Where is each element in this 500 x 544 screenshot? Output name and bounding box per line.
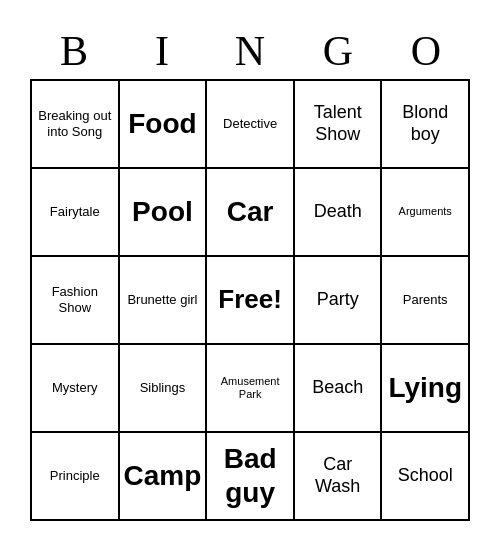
cell-text-1: Food bbox=[128, 107, 196, 141]
cell-text-6: Pool bbox=[132, 195, 193, 229]
header-letter-b: B bbox=[30, 23, 118, 79]
bingo-cell-3: Talent Show bbox=[295, 81, 383, 169]
cell-text-0: Breaking out into Song bbox=[36, 108, 114, 139]
bingo-cell-15: Mystery bbox=[32, 345, 120, 433]
cell-text-14: Parents bbox=[403, 292, 448, 308]
cell-text-11: Brunette girl bbox=[127, 292, 197, 308]
cell-text-21: Camp bbox=[124, 459, 202, 493]
bingo-cell-11: Brunette girl bbox=[120, 257, 208, 345]
cell-text-24: School bbox=[398, 465, 453, 487]
bingo-cell-4: Blond boy bbox=[382, 81, 470, 169]
bingo-cell-18: Beach bbox=[295, 345, 383, 433]
cell-text-3: Talent Show bbox=[299, 102, 377, 145]
bingo-grid: Breaking out into SongFoodDetectiveTalen… bbox=[30, 79, 470, 521]
bingo-cell-2: Detective bbox=[207, 81, 295, 169]
header-letter-i: I bbox=[118, 23, 206, 79]
cell-text-12: Free! bbox=[218, 284, 282, 315]
bingo-cell-9: Arguments bbox=[382, 169, 470, 257]
cell-text-19: Lying bbox=[388, 371, 462, 405]
cell-text-18: Beach bbox=[312, 377, 363, 399]
bingo-header: BINGO bbox=[30, 23, 470, 79]
bingo-cell-10: Fashion Show bbox=[32, 257, 120, 345]
cell-text-10: Fashion Show bbox=[36, 284, 114, 315]
bingo-cell-14: Parents bbox=[382, 257, 470, 345]
bingo-cell-12: Free! bbox=[207, 257, 295, 345]
cell-text-9: Arguments bbox=[399, 205, 452, 218]
bingo-cell-20: Principle bbox=[32, 433, 120, 521]
bingo-cell-5: Fairytale bbox=[32, 169, 120, 257]
cell-text-15: Mystery bbox=[52, 380, 98, 396]
bingo-card: BINGO Breaking out into SongFoodDetectiv… bbox=[20, 13, 480, 531]
header-letter-n: N bbox=[206, 23, 294, 79]
bingo-cell-24: School bbox=[382, 433, 470, 521]
cell-text-13: Party bbox=[317, 289, 359, 311]
bingo-cell-7: Car bbox=[207, 169, 295, 257]
header-letter-g: G bbox=[294, 23, 382, 79]
cell-text-5: Fairytale bbox=[50, 204, 100, 220]
bingo-cell-17: Amusement Park bbox=[207, 345, 295, 433]
bingo-cell-1: Food bbox=[120, 81, 208, 169]
cell-text-22: Bad guy bbox=[211, 442, 289, 509]
bingo-cell-0: Breaking out into Song bbox=[32, 81, 120, 169]
bingo-cell-6: Pool bbox=[120, 169, 208, 257]
cell-text-23: Car Wash bbox=[299, 454, 377, 497]
cell-text-20: Principle bbox=[50, 468, 100, 484]
header-letter-o: O bbox=[382, 23, 470, 79]
bingo-cell-21: Camp bbox=[120, 433, 208, 521]
cell-text-16: Siblings bbox=[140, 380, 186, 396]
cell-text-4: Blond boy bbox=[386, 102, 464, 145]
bingo-cell-22: Bad guy bbox=[207, 433, 295, 521]
cell-text-17: Amusement Park bbox=[211, 375, 289, 401]
cell-text-8: Death bbox=[314, 201, 362, 223]
bingo-cell-8: Death bbox=[295, 169, 383, 257]
bingo-cell-16: Siblings bbox=[120, 345, 208, 433]
bingo-cell-13: Party bbox=[295, 257, 383, 345]
cell-text-2: Detective bbox=[223, 116, 277, 132]
cell-text-7: Car bbox=[227, 195, 274, 229]
bingo-cell-19: Lying bbox=[382, 345, 470, 433]
bingo-cell-23: Car Wash bbox=[295, 433, 383, 521]
